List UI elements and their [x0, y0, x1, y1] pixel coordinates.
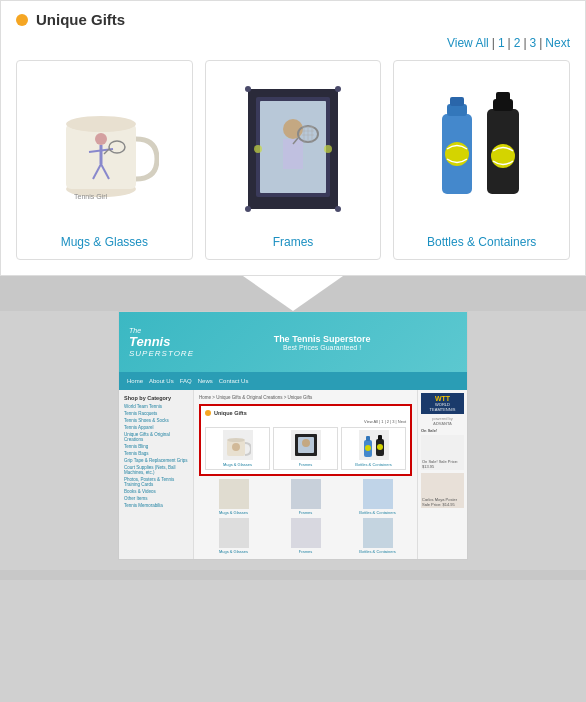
ss-inner-card: Unique Gifts View All | 1 | 2 | 3 | Next: [199, 404, 412, 476]
page-2-link[interactable]: 2: [514, 36, 521, 50]
ss-sidebar-item[interactable]: Tennis Apparel: [124, 425, 188, 430]
bottles-label[interactable]: Bottles & Containers: [427, 235, 536, 249]
svg-rect-45: [366, 436, 370, 441]
pagination-row: View All | 1 | 2 | 3 | Next: [16, 36, 570, 50]
ss-more-item: Mugs & Glasses: [199, 479, 268, 515]
ss-featured-2-price: Carlos Moya Poster Sale Price: $14.95: [422, 497, 463, 507]
ss-product-img-frames: [291, 430, 321, 460]
next-link[interactable]: Next: [545, 36, 570, 50]
product-item-mugs: Tennis Girl Mugs & Glasses: [16, 60, 193, 260]
ss-more-img: [219, 518, 249, 548]
svg-point-49: [377, 444, 383, 450]
ss-frame-icon: [293, 432, 319, 458]
ss-featured-item-2: Carlos Moya Poster Sale Price: $14.95: [421, 473, 464, 508]
ss-tagline-main: The Tennis Superstore: [274, 334, 371, 344]
svg-point-46: [365, 445, 371, 451]
svg-point-25: [335, 86, 341, 92]
ss-logo-the: The: [129, 327, 141, 334]
ss-wtf-badge: WTT WORLD TEAMTENNIS: [421, 393, 464, 414]
ss-nav-home[interactable]: Home: [127, 378, 143, 384]
ss-inner-dot: [205, 410, 211, 416]
ss-nav-about[interactable]: About Us: [149, 378, 174, 384]
ss-product-item-frames: Frames: [273, 427, 338, 470]
view-all-link[interactable]: View All: [447, 36, 489, 50]
svg-point-24: [245, 86, 251, 92]
svg-point-29: [324, 145, 332, 153]
ss-nav-faq[interactable]: FAQ: [180, 378, 192, 384]
ss-sidebar-item[interactable]: Tennis Bling: [124, 444, 188, 449]
ss-sidebar-item[interactable]: Other Items: [124, 496, 188, 501]
svg-point-3: [95, 133, 107, 145]
frames-label[interactable]: Frames: [273, 235, 314, 249]
ss-product-grid: Mugs & Glasses Fram: [205, 427, 406, 470]
ss-sidebar-item[interactable]: Unique Gifts & Original Creations: [124, 432, 188, 442]
bottles-illustration: [427, 84, 537, 214]
ss-more-name: Bottles & Containers: [359, 549, 395, 554]
svg-point-27: [335, 206, 341, 212]
sep3: |: [523, 36, 526, 50]
sep4: |: [539, 36, 542, 50]
ss-more-img: [363, 518, 393, 548]
ss-featured-item-1: On Sale! Sale Price: $13.95: [421, 435, 464, 470]
ss-inner-title: Unique Gifts: [214, 410, 247, 416]
mugs-label[interactable]: Mugs & Glasses: [61, 235, 148, 249]
ss-main: Home > Unique Gifts & Original Creations…: [194, 390, 417, 559]
ss-sidebar-item[interactable]: Court Supplies (Nets, Ball Machines, etc…: [124, 465, 188, 475]
ss-sidebar-item[interactable]: Tennis Memorabilia: [124, 503, 188, 508]
ss-more-item: Mugs & Glasses: [199, 518, 268, 554]
ss-sidebar-item[interactable]: World Team Tennis: [124, 404, 188, 409]
ss-product-name-bottles: Bottles & Containers: [355, 462, 391, 467]
mug-illustration: Tennis Girl: [49, 84, 159, 214]
ss-product-name-frames: Frames: [299, 462, 313, 467]
svg-rect-32: [450, 97, 464, 106]
ss-more-name: Bottles & Containers: [359, 510, 395, 515]
ss-nav: Home About Us FAQ News Contact Us: [119, 372, 467, 390]
page-3-link[interactable]: 3: [530, 36, 537, 50]
ss-more-item: Frames: [271, 518, 340, 554]
ss-more-name: Mugs & Glasses: [219, 510, 248, 515]
ss-more-img: [291, 479, 321, 509]
page-1-link[interactable]: 1: [498, 36, 505, 50]
ss-tagline: The Tennis Superstore Best Prices Guaran…: [274, 334, 371, 351]
ss-product-item-bottles: Bottles & Containers: [341, 427, 406, 470]
triangle-pointer: [243, 276, 343, 311]
svg-point-40: [232, 443, 240, 451]
ss-more-name: Mugs & Glasses: [219, 549, 248, 554]
svg-rect-48: [378, 435, 382, 440]
ss-product-item-mugs: Mugs & Glasses: [205, 427, 270, 470]
ss-featured-1-price: On Sale! Sale Price: $13.95: [422, 459, 463, 469]
ss-inner-header: Unique Gifts: [205, 410, 406, 416]
product-image-mugs: Tennis Girl: [27, 71, 182, 226]
ss-more-item: Bottles & Containers: [343, 479, 412, 515]
lower-section: The Tennis SUPERSTORE The Tennis Superst…: [0, 276, 586, 580]
ss-sidebar-item[interactable]: Tennis Shoes & Socks: [124, 418, 188, 423]
ss-sidebar-item[interactable]: Books & Videos: [124, 489, 188, 494]
frame-illustration: [238, 84, 348, 214]
ss-tagline-sub: Best Prices Guaranteed !: [274, 344, 371, 351]
product-image-bottles: [404, 71, 559, 226]
ss-inner-pagination: View All | 1 | 2 | 3 | Next: [205, 419, 406, 424]
ss-more-img: [291, 518, 321, 548]
ss-product-img-bottles: [359, 430, 389, 460]
ss-third-row: Mugs & Glasses Frames Bottles & Containe…: [199, 518, 412, 554]
ss-product-img-mugs: [223, 430, 253, 460]
dot-icon: [16, 14, 28, 26]
screenshot-outer: The Tennis SUPERSTORE The Tennis Superst…: [0, 311, 586, 570]
svg-point-43: [302, 439, 310, 447]
ss-logo: The Tennis SUPERSTORE: [129, 327, 194, 358]
ss-nav-news[interactable]: News: [198, 378, 213, 384]
ss-more-products-row2: Mugs & Glasses Frames Bottles & Containe…: [199, 479, 412, 515]
ss-sidebar-item[interactable]: Tennis Racquets: [124, 411, 188, 416]
product-item-frames: Frames: [205, 60, 382, 260]
ss-sidebar-item[interactable]: Tennis Bags: [124, 451, 188, 456]
product-item-bottles: Bottles & Containers: [393, 60, 570, 260]
ss-mug-icon: [225, 432, 251, 458]
ss-nav-contact[interactable]: Contact Us: [219, 378, 249, 384]
ss-powered-by: powered byADVANTA: [421, 416, 464, 426]
ss-on-sale-label: On Sale!: [421, 428, 464, 433]
svg-text:Tennis Girl: Tennis Girl: [74, 193, 108, 200]
ss-sidebar-item[interactable]: Photos, Posters & Tennis Training Cards: [124, 477, 188, 487]
ss-more-name: Frames: [299, 510, 313, 515]
ss-bottles-icon: [361, 432, 387, 458]
ss-sidebar-item[interactable]: Grip Tape & Replacement Grips: [124, 458, 188, 463]
